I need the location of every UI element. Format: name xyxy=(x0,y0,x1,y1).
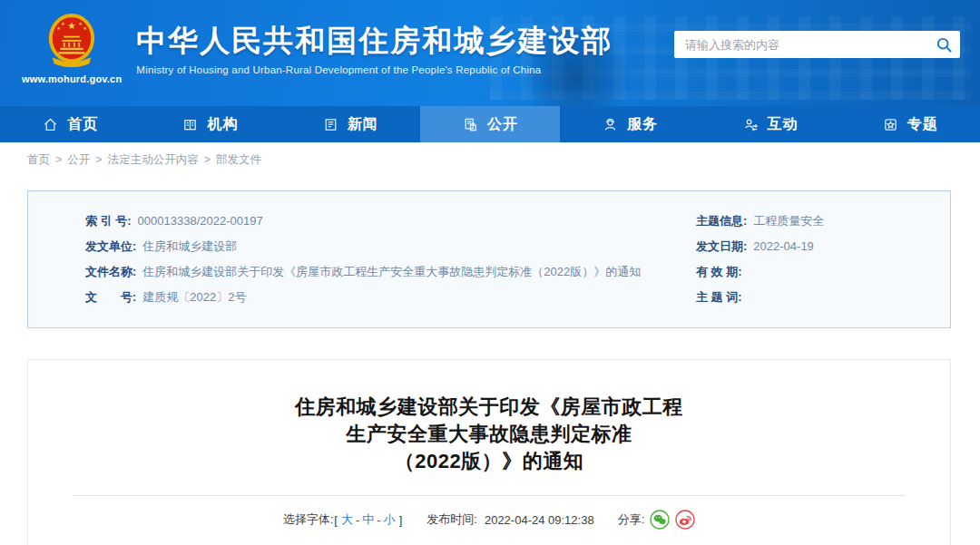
document-info-panel: 索 引 号: 000013338/2022-00197 发文单位: 住房和城乡建… xyxy=(27,190,951,328)
breadcrumb-separator: > xyxy=(55,153,62,166)
nav-label: 服务 xyxy=(627,115,658,134)
site-title: 中华人民共和国住房和城乡建设部 xyxy=(136,23,612,59)
info-row-validity-period: 有 效 期: xyxy=(696,265,950,278)
breadcrumb-item-disclosure[interactable]: 公开 xyxy=(67,152,90,168)
nav-item-service[interactable]: 服务 xyxy=(560,106,700,142)
nav-label: 公开 xyxy=(487,115,518,134)
info-value: 住房和城乡建设部 xyxy=(142,239,237,253)
info-label: 主题信息: xyxy=(696,214,747,228)
breadcrumb-item-home[interactable]: 首页 xyxy=(27,152,50,168)
disclosure-icon xyxy=(462,116,479,133)
article-panel: 住房和城乡建设部关于印发《房屋市政工程 生产安全重大事故隐患判定标准 （2022… xyxy=(27,359,951,545)
publish-time-label: 发布时间: xyxy=(426,511,477,528)
national-emblem-icon: ★ ★ ★ ★ ★ xyxy=(45,11,98,71)
breadcrumb: 首页 > 公开 > 法定主动公开内容 > 部发文件 xyxy=(0,142,980,177)
service-icon xyxy=(602,116,619,133)
info-row-subject-terms: 主 题 词: xyxy=(696,290,950,304)
info-value: 2022-04-19 xyxy=(753,239,814,253)
wechat-share-button[interactable] xyxy=(650,510,670,530)
site-header: ★ ★ ★ ★ ★ www.mohurd.gov.cn 中华人民共和国住房和城乡… xyxy=(0,0,980,106)
search-icon xyxy=(936,36,953,54)
nav-label: 互动 xyxy=(768,115,799,134)
info-value: 建质规〔2022〕2号 xyxy=(142,290,246,304)
svg-text:★: ★ xyxy=(61,21,65,26)
nav-label: 机构 xyxy=(207,115,238,134)
info-row-document-title: 文件名称: 住房和城乡建设部关于印发《房屋市政工程生产安全重大事故隐患判定标准（… xyxy=(85,265,669,278)
info-row-issue-date: 发文日期: 2022-04-19 xyxy=(696,239,950,253)
share-label: 分享: xyxy=(618,511,645,528)
nav-label: 新闻 xyxy=(348,115,378,134)
svg-text:★: ★ xyxy=(67,20,76,31)
site-url: www.mohurd.gov.cn xyxy=(22,73,122,84)
info-label: 主 题 词: xyxy=(696,290,742,304)
info-label: 索 引 号: xyxy=(85,214,132,228)
info-value: 000013338/2022-00197 xyxy=(138,214,263,228)
weibo-share-icon xyxy=(675,510,695,530)
font-size-small-button[interactable]: 小 xyxy=(384,511,396,528)
info-value: 工程质量安全 xyxy=(753,214,824,228)
wechat-share-icon xyxy=(650,510,670,530)
main-nav: 首页 机构 新闻 公开 服务 互动 xyxy=(0,106,980,142)
home-icon xyxy=(42,116,59,133)
organization-icon xyxy=(181,116,199,133)
interaction-icon xyxy=(742,116,760,133)
nav-item-news[interactable]: 新闻 xyxy=(280,106,420,142)
font-bracket-open: [ xyxy=(334,513,338,527)
title-divider xyxy=(73,495,906,496)
nav-item-disclosure[interactable]: 公开 xyxy=(420,106,560,142)
article-title-line: 住房和城乡建设部关于印发《房屋市政工程 xyxy=(28,394,950,421)
breadcrumb-item-ministry-documents[interactable]: 部发文件 xyxy=(216,152,261,168)
font-size-medium-button[interactable]: 中 xyxy=(362,511,374,528)
search-button[interactable] xyxy=(927,31,960,58)
search-box xyxy=(674,31,960,58)
nav-item-organization[interactable]: 机构 xyxy=(140,106,279,142)
info-label: 发文日期: xyxy=(696,239,747,253)
info-row-issuing-unit: 发文单位: 住房和城乡建设部 xyxy=(85,239,669,253)
info-label: 文 号: xyxy=(85,290,136,304)
info-label: 发文单位: xyxy=(85,239,136,253)
font-option-separator: - xyxy=(377,513,380,527)
weibo-share-button[interactable] xyxy=(675,510,695,530)
publish-time-value: 2022-04-24 09:12:38 xyxy=(485,513,594,527)
breadcrumb-item-statutory-content[interactable]: 法定主动公开内容 xyxy=(108,152,199,168)
article-meta-row: 选择字体: [ 大 - 中 - 小 ] 发布时间: 2022-04-24 09:… xyxy=(28,510,950,530)
info-value: 住房和城乡建设部关于印发《房屋市政工程生产安全重大事故隐患判定标准（2022版）… xyxy=(142,265,641,278)
info-row-document-number: 文 号: 建质规〔2022〕2号 xyxy=(85,290,669,304)
breadcrumb-separator: > xyxy=(204,153,211,166)
article-title-line: 生产安全重大事故隐患判定标准 xyxy=(28,421,950,448)
font-size-label: 选择字体: xyxy=(283,511,334,528)
svg-text:★: ★ xyxy=(56,25,61,31)
special-topic-icon xyxy=(882,116,899,133)
svg-text:★: ★ xyxy=(83,25,87,31)
info-row-subject-info: 主题信息: 工程质量安全 xyxy=(696,214,950,228)
site-brand: ★ ★ ★ ★ ★ www.mohurd.gov.cn 中华人民共和国住房和城乡… xyxy=(22,11,612,84)
font-size-large-button[interactable]: 大 xyxy=(341,511,353,528)
nav-item-home[interactable]: 首页 xyxy=(0,106,140,142)
site-title-english: Ministry of Housing and Urban-Rural Deve… xyxy=(136,64,612,75)
info-label: 文件名称: xyxy=(85,265,136,278)
breadcrumb-separator: > xyxy=(95,153,102,166)
nav-item-interaction[interactable]: 互动 xyxy=(700,106,839,142)
nav-item-special-topic[interactable]: 专题 xyxy=(840,106,980,142)
article-title-line: （2022版）》的通知 xyxy=(28,448,950,475)
font-bracket-close: ] xyxy=(399,513,403,527)
info-label: 有 效 期: xyxy=(696,265,742,278)
font-option-separator: - xyxy=(356,513,359,527)
nav-label: 专题 xyxy=(907,115,938,134)
info-row-index-number: 索 引 号: 000013338/2022-00197 xyxy=(85,214,669,228)
article-title: 住房和城乡建设部关于印发《房屋市政工程 生产安全重大事故隐患判定标准 （2022… xyxy=(28,394,950,475)
news-icon xyxy=(322,116,339,133)
nav-label: 首页 xyxy=(67,115,98,134)
search-input[interactable] xyxy=(674,38,927,52)
